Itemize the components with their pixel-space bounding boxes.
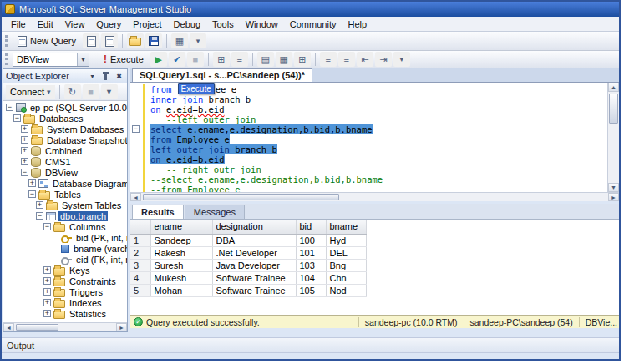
code-line[interactable]: --left outer join [130, 114, 607, 124]
editor-vertical-scrollbar[interactable]: ▲ ▼ [607, 83, 619, 192]
tree-item[interactable]: +Cmbined [3, 145, 127, 156]
grid-column-header[interactable]: bid [296, 220, 326, 234]
tree-item[interactable]: −ep-pc (SQL Server 10.0.1600 - san [3, 102, 127, 113]
toolbar-options-button[interactable]: ▾ [190, 33, 206, 48]
uncomment-button[interactable]: ≡ [338, 52, 355, 67]
tree-item[interactable]: −Columns [3, 221, 127, 232]
grid-cell[interactable]: .Net Developer [212, 246, 296, 259]
row-number-cell[interactable]: 4 [130, 271, 150, 284]
scrollbar-thumb[interactable] [143, 194, 339, 200]
row-number-cell[interactable]: 3 [130, 259, 150, 271]
grid-column-header[interactable]: bname [326, 220, 366, 234]
menu-debug[interactable]: Debug [168, 18, 206, 30]
combo-dropdown-icon[interactable]: ▾ [77, 53, 89, 66]
expand-icon[interactable]: + [43, 277, 51, 285]
stop-button[interactable]: ■ [83, 84, 99, 99]
collapse-icon[interactable]: − [13, 114, 21, 122]
grid-cell[interactable]: Hyd [326, 234, 366, 246]
window-position-icon[interactable]: ▾ [87, 71, 98, 82]
save-button[interactable] [145, 33, 162, 48]
menu-file[interactable]: File [5, 18, 32, 30]
query-document-tab[interactable]: SQLQuery1.sql - s...PC\sandeep (54))* [132, 68, 312, 82]
tab-messages[interactable]: Messages [185, 205, 245, 219]
code-line[interactable]: on e.eid=b.eid [130, 104, 607, 114]
parse-button[interactable]: ✔ [169, 52, 185, 67]
grid-cell[interactable]: Software Trainee [212, 271, 296, 284]
results-to-file-button[interactable]: ⊞ [294, 52, 311, 67]
expand-icon[interactable]: + [43, 310, 51, 317]
row-number-cell[interactable]: 1 [130, 234, 150, 246]
increase-indent-button[interactable]: ⇥ [375, 52, 392, 67]
sql-editor[interactable]: from Executeee einner join branch bon e.… [130, 83, 619, 192]
grid-cell[interactable]: Mukesh [150, 271, 212, 284]
code-line[interactable]: −select e.ename,e.designation,b.bid,b.bn… [130, 124, 607, 134]
grid-column-header[interactable]: designation [212, 220, 296, 234]
expand-icon[interactable]: + [21, 136, 28, 144]
refresh-button[interactable]: ↻ [64, 84, 81, 99]
tree-item[interactable]: +Database Diagrams [3, 178, 127, 189]
analysis-query-button[interactable] [101, 33, 118, 48]
results-to-text-button[interactable]: ▤ [257, 52, 274, 67]
code-line[interactable]: left outer join branch b [130, 144, 607, 154]
grid-cell[interactable]: DEL [326, 246, 366, 259]
available-databases-combo[interactable]: DBView ▾ [13, 53, 89, 67]
object-explorer-hscrollbar[interactable]: ◄ ► [3, 322, 127, 331]
row-number-cell[interactable]: 5 [130, 284, 150, 296]
comment-button[interactable]: ≡ [320, 52, 337, 67]
execute-button[interactable]: ! Execute [99, 52, 149, 67]
grid-cell[interactable]: Rakesh [150, 246, 212, 259]
close-icon[interactable]: ✖ [114, 71, 124, 82]
filter-button[interactable]: ▼ [101, 84, 118, 99]
expand-icon[interactable]: + [21, 147, 28, 154]
tree-item[interactable]: −dbo.branch [3, 210, 127, 221]
grid-cell[interactable]: 101 [296, 246, 326, 259]
grid-cell[interactable]: Java Developer [212, 259, 296, 271]
code-line[interactable]: from Executeee e [130, 84, 607, 94]
scrollbar-thumb[interactable] [16, 324, 58, 331]
code-line[interactable]: from Employee e [130, 134, 607, 144]
tree-item[interactable]: −Tables [3, 189, 127, 200]
code-area[interactable]: from Executeee einner join branch bon e.… [130, 83, 607, 192]
code-line[interactable]: inner join branch b [130, 94, 607, 104]
collapse-icon[interactable]: − [21, 169, 28, 176]
scroll-up-button[interactable]: ▲ [608, 83, 619, 92]
expand-icon[interactable]: + [28, 179, 36, 187]
menu-project[interactable]: Project [127, 18, 167, 30]
tree-item[interactable]: −Databases [3, 113, 127, 124]
tree-item[interactable]: bname (varchar(2 [3, 243, 127, 254]
grid-cell[interactable]: Nod [326, 284, 366, 296]
fold-collapse-icon[interactable]: − [132, 125, 140, 133]
tree-item[interactable]: bid (PK, int, not n [3, 232, 127, 243]
debug-button[interactable]: ▶ [150, 52, 167, 67]
scroll-down-button[interactable]: ▼ [608, 183, 619, 192]
grid-cell[interactable]: Software Trainee [212, 284, 296, 296]
menu-query[interactable]: Query [90, 18, 127, 30]
object-explorer-header[interactable]: Object Explorer ▾ ✖ [3, 69, 127, 83]
scrollbar-thumb[interactable] [609, 94, 618, 124]
grid-cell[interactable]: 105 [296, 284, 326, 296]
expand-icon[interactable]: + [36, 201, 43, 209]
code-line[interactable]: --select e.ename,e.designation,b.bid,b.b… [130, 174, 607, 185]
title-bar[interactable]: Microsoft SQL Server Management Studio [2, 2, 619, 17]
grid-corner-cell[interactable] [130, 220, 150, 234]
activity-monitor-button[interactable]: ▦ [171, 33, 188, 48]
cancel-query-button[interactable]: ■ [187, 52, 204, 67]
query-options-button[interactable]: ≡ [231, 52, 248, 67]
menu-tools[interactable]: Tools [206, 18, 240, 30]
new-query-button[interactable]: New Query [13, 34, 81, 48]
menu-window[interactable]: Window [240, 18, 284, 30]
tree-item[interactable]: +Indexes [3, 297, 127, 308]
scroll-left-button[interactable]: ◄ [3, 323, 14, 331]
output-panel-header[interactable]: Output [2, 338, 619, 353]
expand-icon[interactable]: + [43, 299, 51, 306]
tree-item[interactable]: +System Databases [3, 124, 127, 134]
show-estimated-plan-button[interactable]: ⊞ [213, 52, 230, 67]
tree-item[interactable]: +Constraints [3, 276, 127, 286]
open-file-button[interactable] [127, 33, 144, 48]
tree-item[interactable]: +CMS1 [3, 156, 127, 167]
tree-item[interactable]: −DBView [3, 167, 127, 178]
expand-icon[interactable]: + [43, 288, 51, 296]
grid-cell[interactable]: Suresh [150, 259, 212, 271]
collapse-icon[interactable]: − [43, 223, 51, 230]
pin-icon[interactable] [100, 71, 111, 82]
